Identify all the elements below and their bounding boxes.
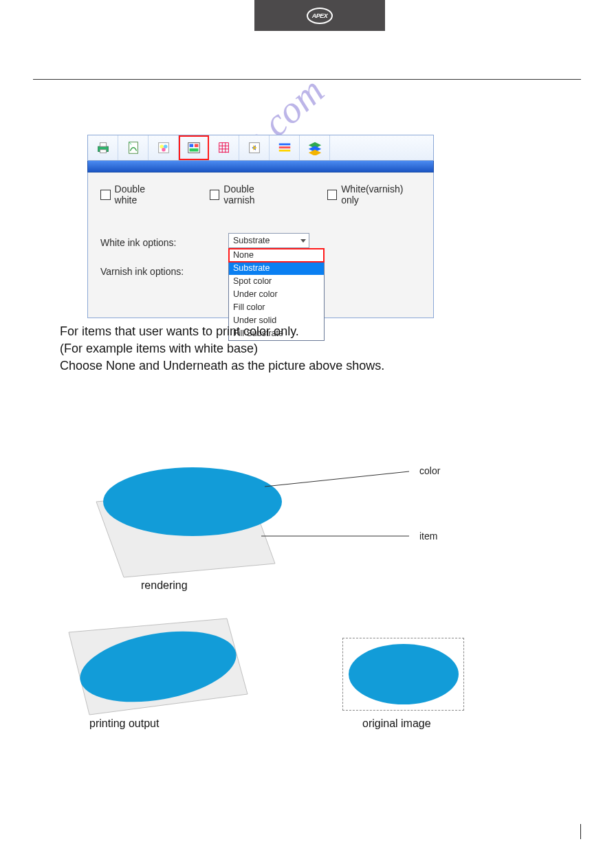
checkbox-icon — [100, 190, 111, 200]
dropdown-option[interactable]: Fill color — [229, 301, 324, 314]
layout-icon[interactable] — [179, 135, 209, 160]
white-ink-label: White ink options: — [100, 237, 177, 248]
dropdown-option[interactable]: Under color — [229, 288, 324, 301]
color-settings-icon[interactable] — [149, 135, 179, 160]
checkbox-label: Double varnish — [223, 183, 285, 205]
svg-rect-24 — [278, 146, 290, 148]
callout-line — [265, 471, 409, 487]
item-callout-label: item — [419, 531, 437, 542]
header-rule — [33, 79, 581, 80]
svg-rect-11 — [190, 148, 199, 152]
printing-output-caption: printing output — [89, 717, 159, 730]
svg-rect-2 — [100, 150, 106, 153]
checkbox-label: White(varnish) only — [341, 183, 421, 205]
print-setup-icon[interactable] — [88, 135, 118, 160]
original-image-box — [342, 638, 464, 711]
varnish-ink-label: Varnish ink options: — [100, 266, 184, 277]
checkbox-row: Double white Double varnish White(varnis… — [100, 183, 421, 205]
original-image-ellipse — [349, 644, 459, 704]
white-ink-dropdown[interactable]: Substrate — [228, 233, 309, 248]
toolbar-blue-stripe — [87, 161, 434, 173]
brand-bar: APEX — [254, 0, 385, 31]
description-line: For items that user wants to print color… — [60, 323, 384, 340]
description-text: For items that user wants to print color… — [60, 323, 384, 375]
stripes-icon[interactable] — [270, 135, 300, 160]
white-varnish-only-checkbox[interactable]: White(varnish) only — [327, 183, 421, 205]
svg-point-7 — [162, 148, 166, 152]
printing-output-diagram — [34, 605, 268, 728]
dropdown-option[interactable]: Spot color — [229, 275, 324, 288]
svg-rect-23 — [278, 144, 290, 146]
rendering-caption: rendering — [141, 579, 188, 592]
dropdown-option[interactable]: None — [229, 249, 324, 262]
svg-rect-9 — [190, 144, 194, 148]
checkbox-icon — [327, 190, 338, 200]
checkbox-label: Double white — [115, 183, 168, 205]
settings-screenshot: Double white Double varnish White(varnis… — [87, 135, 434, 318]
color-ellipse — [103, 467, 282, 536]
svg-rect-25 — [278, 150, 290, 152]
page-corner-tick — [580, 824, 581, 839]
double-white-checkbox[interactable]: Double white — [100, 183, 168, 205]
svg-point-6 — [164, 144, 168, 148]
rendering-diagram: color item — [55, 447, 468, 598]
description-line: Choose None and Underneath as the pictur… — [60, 357, 384, 375]
svg-point-5 — [160, 144, 164, 148]
page-icon[interactable] — [118, 135, 149, 160]
layers-icon[interactable] — [300, 135, 330, 160]
align-icon[interactable] — [239, 135, 270, 160]
checkbox-icon — [210, 190, 220, 200]
chevron-down-icon — [300, 239, 306, 243]
description-line: (For example items with white base) — [60, 340, 384, 357]
apex-logo: APEX — [307, 8, 333, 24]
color-callout-label: color — [419, 465, 441, 476]
dropdown-option[interactable]: Substrate — [229, 262, 324, 275]
svg-rect-10 — [195, 144, 199, 148]
original-image-caption: original image — [362, 717, 431, 730]
ink-options-panel: Double white Double varnish White(varnis… — [87, 173, 434, 318]
grid-icon[interactable] — [209, 135, 239, 160]
dropdown-value: Substrate — [233, 236, 270, 245]
double-varnish-checkbox[interactable]: Double varnish — [210, 183, 286, 205]
toolbar — [87, 135, 434, 161]
svg-rect-1 — [100, 143, 106, 147]
